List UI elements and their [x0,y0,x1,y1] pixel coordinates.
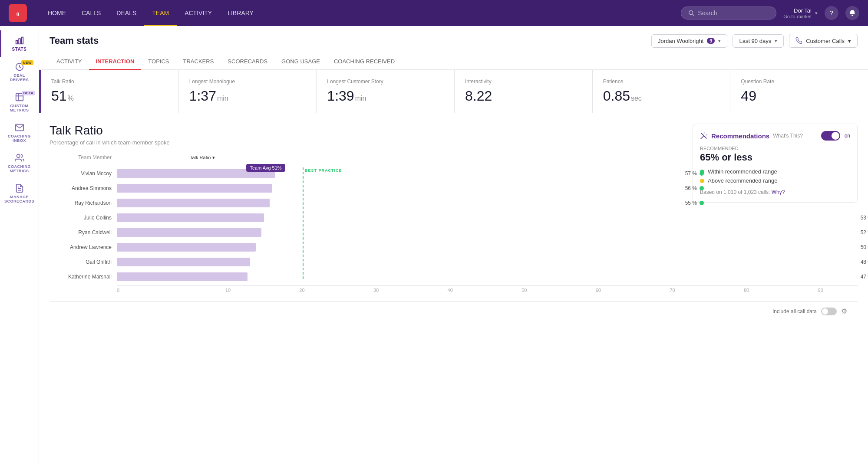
table-row[interactable]: Ray Richardson 55 % [50,197,682,209]
x-tick-70: 70 [635,288,710,293]
bar-value: 55 % [685,200,704,206]
nav-team[interactable]: TEAM [144,0,177,26]
table-row[interactable]: Ryan Caldwell 52 % [50,226,858,239]
sidebar-deal-drivers-label: DEALDRIVERS [10,73,29,82]
page-header: Team stats Jordan Woolbright 9 ▾ Last 90… [39,26,868,48]
best-practice-label: BEST PRACTICE [305,168,342,173]
sort-label[interactable]: Talk Ratio ▾ [190,155,215,160]
search-box[interactable] [681,7,776,20]
nav-right: Dor Tal Go-to-market ▾ ? [681,6,859,20]
settings-icon[interactable]: ⚙ [841,307,847,315]
stat-patience-label: Patience [603,79,720,85]
tab-coaching-received[interactable]: COACHING RECEIVED [327,54,402,70]
phone-icon [795,37,802,44]
tab-trackers[interactable]: TRACKERS [176,54,221,70]
svg-rect-5 [19,39,20,44]
stat-question-rate[interactable]: Question Rate 49 [730,70,868,113]
table-row[interactable]: Andrea Simmons 56 % [50,182,682,194]
nav-calls[interactable]: CALLS [74,0,109,26]
header-controls: Jordan Woolbright 9 ▾ Last 90 days ▾ Cus… [651,34,858,48]
rec-title: Recommendations [711,132,769,140]
wand-icon [700,132,708,140]
bar-dot [700,201,704,205]
logo-area[interactable]: g [9,4,27,22]
nav-activity[interactable]: ACTIVITY [177,0,220,26]
sidebar-item-coaching-metrics[interactable]: COACHINGMETRICS [0,148,39,178]
stat-patience-value: 0.85sec [603,88,720,104]
chart-inner: Team Avg 51% BEST PRACTICE Vivian Mccoy … [50,167,858,293]
recommendations-toggle[interactable] [821,131,840,141]
tab-scorecards[interactable]: SCORECARDS [221,54,274,70]
table-row[interactable]: Julio Collins 53 % [50,212,858,224]
time-range-dropdown[interactable]: Last 90 days ▾ [733,34,784,48]
app-layout: STATS NEW DEALDRIVERS BETA CUSTOMMETRICS… [0,26,868,465]
stat-longest-monologue-unit: min [217,95,228,102]
gong-logo: g [9,4,27,22]
call-type-label: Customer Calls [806,38,845,44]
table-row[interactable]: Gail Griffith 48 % [50,256,858,268]
x-axis: 0 10 20 30 40 50 60 70 80 90 [117,285,858,293]
nav-library[interactable]: LIBRARY [220,0,261,26]
sidebar-coaching-metrics-label: COACHINGMETRICS [8,164,31,173]
sidebar-item-deal-drivers[interactable]: NEW DEALDRIVERS [0,57,39,87]
stat-patience[interactable]: Patience 0.85sec [593,70,731,113]
tab-activity[interactable]: ACTIVITY [50,54,89,70]
time-range-label: Last 90 days [739,38,771,44]
bar-value: 50 % [861,244,868,250]
tab-interaction[interactable]: INTERACTION [89,54,142,70]
sort-chevron-icon: ▾ [212,155,215,160]
table-row[interactable]: Vivian Mccoy 57 % [50,167,682,180]
search-icon [688,10,694,16]
svg-text:g: g [17,11,20,16]
stat-talk-ratio[interactable]: Talk Ratio 51% [39,70,179,113]
team-avg-badge: Team Avg 51% [246,164,285,172]
tab-gong-usage[interactable]: GONG USAGE [274,54,327,70]
bar-dot [700,186,704,190]
new-badge: NEW [21,60,33,65]
bar-name: Vivian Mccoy [50,170,117,177]
sort-field-label: Talk Ratio [190,155,211,160]
stats-row: Talk Ratio 51% Longest Monologue 1:37min… [39,70,868,113]
nav-deals[interactable]: DEALS [109,0,144,26]
sidebar-item-manage-scorecards[interactable]: MANAGESCORECARDS [0,178,39,209]
include-all-toggle[interactable] [821,308,837,315]
tab-topics[interactable]: TOPICS [141,54,176,70]
stat-talk-ratio-label: Talk Ratio [51,79,168,85]
sidebar-item-coaching-inbox[interactable]: COACHINGINBOX [0,118,39,148]
rec-recommended-label: RECOMMENDED [700,146,850,151]
x-tick-90: 90 [783,288,858,293]
bar-value: 52 % [861,229,868,236]
sidebar-item-stats[interactable]: STATS [0,30,39,57]
help-icon[interactable]: ? [825,6,838,20]
sidebar-item-custom-metrics[interactable]: BETA CUSTOMMETRICS [0,87,39,118]
stat-longest-monologue[interactable]: Longest Monologue 1:37min [179,70,317,113]
search-input[interactable] [698,10,769,16]
stat-talk-ratio-unit: % [68,95,74,102]
stat-longest-customer-story[interactable]: Longest Customer Story 1:39min [317,70,455,113]
bar-name: Gail Griffith [50,259,117,265]
rec-what-this[interactable]: What's This? [773,133,803,139]
bar-fill [117,243,256,252]
chart-header: Team Member Talk Ratio ▾ [50,154,682,160]
stat-interactivity[interactable]: Interactivity 8.22 [455,70,593,113]
user-area[interactable]: Dor Tal Go-to-market ▾ [783,7,818,19]
bar-container: 57 % [117,169,682,178]
sidebar-coaching-inbox-label: COACHINGINBOX [8,134,31,143]
table-row[interactable]: Katherine Marshall 47 % [50,271,858,283]
stat-question-rate-value: 49 [741,88,858,104]
person-filter-dropdown[interactable]: Jordan Woolbright 9 ▾ [651,34,727,48]
table-row[interactable]: Andrew Lawrence 50 % [50,241,858,253]
call-type-dropdown[interactable]: Customer Calls ▾ [789,34,858,48]
stat-longest-monologue-label: Longest Monologue [189,79,306,85]
bar-value: 57 % [685,170,704,177]
bar-name: Ray Richardson [50,200,117,206]
bar-rows-container: Vivian Mccoy 57 % Andrea Simmons 56 % Ra… [50,167,858,283]
sidebar-stats-label: STATS [12,47,27,52]
nav-home[interactable]: HOME [40,0,74,26]
bar-chart: Team Avg 51% BEST PRACTICE Vivian Mccoy … [50,167,858,293]
notifications-icon[interactable] [845,6,859,20]
rec-recommended-value: 65% or less [700,152,850,163]
bar-value: 56 % [685,185,704,191]
include-all-label: Include all call data [772,308,817,314]
best-practice-line [303,167,304,279]
